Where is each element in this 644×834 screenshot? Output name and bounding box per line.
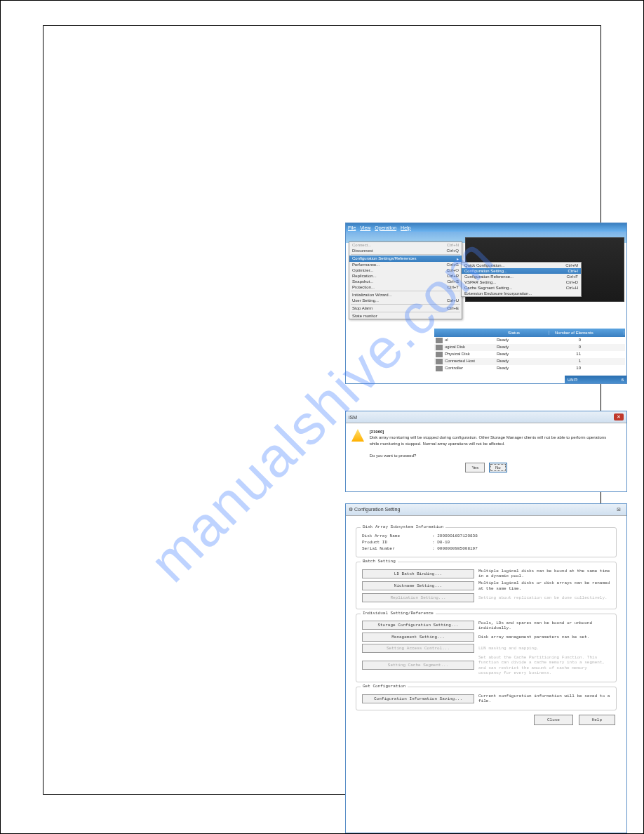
menu-item[interactable]: Optimizer...Ctrl+O xyxy=(349,267,462,273)
confirm-dialog: iSM ✕ [21960] Disk array monitoring will… xyxy=(345,411,627,492)
menu-item[interactable]: DisconnectCtrl+Q xyxy=(349,248,462,253)
menu-item[interactable]: Stop AlarmCtrl+E xyxy=(349,305,462,311)
setting-row: Setting Cache Segment...Set about the Ca… xyxy=(362,655,610,675)
batch-setting: Batch Setting LD Batch Binding...Multipl… xyxy=(356,562,617,609)
setting-desc: Multiple logical disks can be bound at t… xyxy=(478,569,610,578)
menu-item[interactable]: Replication...Ctrl+R xyxy=(349,273,462,279)
menubar: File View Operation Help xyxy=(346,223,626,232)
setting-row: Configuration Information Saving...Curre… xyxy=(362,694,610,703)
close-button[interactable]: Close xyxy=(534,715,573,725)
help-button[interactable]: Help xyxy=(579,715,615,725)
disk-array-info: Disk Array Subsystem Information Disk Ar… xyxy=(356,527,617,557)
setting-row: Management Setting...Disk array manageme… xyxy=(362,633,610,642)
menu-item[interactable]: Performance...Ctrl+G xyxy=(349,262,462,267)
setting-row: Setting Access Control...LUN masking and… xyxy=(362,644,610,653)
menu-item[interactable]: Protection...Ctrl+T xyxy=(349,284,462,290)
setting-desc: Pools, LDs and spares can be bound or un… xyxy=(478,621,610,630)
submenu-item[interactable]: Configuration Reference...Ctrl+F xyxy=(462,274,581,279)
get-configuration: Get Configuration Configuration Informat… xyxy=(356,687,617,710)
dialog-text: [21960] Disk array monitoring will be st… xyxy=(370,429,608,458)
menu-item[interactable]: Configuration Settings/References▸ xyxy=(349,256,462,262)
info-row: Product ID: D8-10 xyxy=(362,540,610,545)
individual-setting: Individual Setting/Reference Storage Con… xyxy=(356,614,617,682)
setting-button[interactable]: LD Batch Binding... xyxy=(362,569,474,578)
menu-item[interactable]: Connect...Ctrl+N xyxy=(349,242,462,248)
menu-item[interactable]: User Setting...Ctrl+U xyxy=(349,298,462,303)
no-button[interactable]: No xyxy=(489,463,507,472)
setting-desc: Multiple logical disks or disk arrays ca… xyxy=(478,581,610,590)
yes-button[interactable]: Yes xyxy=(465,463,485,472)
table-row[interactable]: ogical DiskReady0 xyxy=(434,344,625,351)
info-row: Disk Array Name: 2000001697120838 xyxy=(362,534,610,538)
ism-main-window: File View Operation Help s - 20000016971… xyxy=(345,223,627,384)
menu-file[interactable]: File xyxy=(348,225,356,230)
setting-row: LD Batch Binding...Multiple logical disk… xyxy=(362,569,610,578)
setting-row: Nickname Setting...Multiple logical disk… xyxy=(362,581,610,590)
submenu-item[interactable]: Extension Enclosure Incorporation... xyxy=(462,291,581,296)
setting-desc: Set about the Cache Partitioning Functio… xyxy=(478,655,610,675)
setting-button: Setting Access Control... xyxy=(362,644,474,653)
setting-row: Storage Configuration Setting...Pools, L… xyxy=(362,621,610,630)
table-row[interactable]: Physical DiskReady11 xyxy=(434,351,625,358)
submenu-item[interactable]: VSPAR Setting...Ctrl+D xyxy=(462,279,581,285)
file-menu-dropdown: Connect...Ctrl+NDisconnectCtrl+QConfigur… xyxy=(349,241,462,319)
menu-item[interactable]: Initialization Wizard... xyxy=(349,292,462,298)
unit-status: UNIT:6 xyxy=(565,376,626,383)
menu-help[interactable]: Help xyxy=(401,225,410,230)
setting-desc: Current configuration information will b… xyxy=(478,694,610,703)
menu-view[interactable]: View xyxy=(360,225,370,230)
table-row[interactable]: olReady0 xyxy=(434,337,625,344)
info-row: Serial Number: 0000000985008197 xyxy=(362,546,610,551)
menu-item[interactable]: State monitor xyxy=(349,313,462,319)
submenu-item[interactable]: Cache Segment Setting...Ctrl+H xyxy=(462,285,581,291)
setting-button: Replication Setting... xyxy=(362,593,474,602)
submenu-item[interactable]: Quick Configuration...Ctrl+M xyxy=(462,263,581,268)
config-setting-dialog: ⚙ Configuration Setting ⊠ Disk Array Sub… xyxy=(345,503,627,833)
table-header: Status Number of Elements xyxy=(434,329,625,337)
dialog-titlebar: ⚙ Configuration Setting ⊠ xyxy=(346,504,626,516)
setting-button[interactable]: Storage Configuration Setting... xyxy=(362,621,474,630)
close-icon[interactable]: ⊠ xyxy=(614,506,624,513)
close-icon[interactable]: ✕ xyxy=(614,413,624,421)
submenu-item[interactable]: Configuration Setting...Ctrl+I xyxy=(462,268,581,274)
table-row[interactable]: ControllerReady10 xyxy=(434,365,625,372)
setting-button[interactable]: Nickname Setting... xyxy=(362,581,474,590)
table-row[interactable]: Connected HostReady1 xyxy=(434,358,625,365)
menu-item[interactable]: Snapshot...Ctrl+S xyxy=(349,279,462,284)
setting-row: Replication Setting...Setting about repl… xyxy=(362,593,610,602)
setting-button[interactable]: Configuration Information Saving... xyxy=(362,694,474,703)
config-submenu: Quick Configuration...Ctrl+MConfiguratio… xyxy=(461,262,582,297)
warning-icon xyxy=(351,429,364,442)
setting-button: Setting Cache Segment... xyxy=(362,661,474,670)
menu-operation[interactable]: Operation xyxy=(375,225,396,230)
setting-button[interactable]: Management Setting... xyxy=(362,633,474,642)
setting-desc: Disk array management parameters can be … xyxy=(478,635,589,640)
table-body: olReady0ogical DiskReady0Physical DiskRe… xyxy=(434,337,625,372)
setting-desc: Setting about replication can be done co… xyxy=(478,595,608,600)
setting-desc: LUN masking and mapping. xyxy=(478,646,539,651)
dialog-titlebar: iSM ✕ xyxy=(346,411,626,423)
